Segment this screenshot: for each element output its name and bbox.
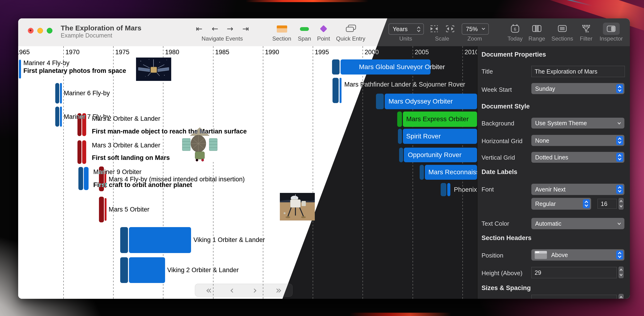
sizes-spacing-partial-field[interactable] bbox=[531, 295, 617, 299]
height-above-stepper[interactable] bbox=[618, 267, 624, 278]
app-window: The Exploration of Mars Example Document… bbox=[18, 18, 630, 299]
timeline-event-bar[interactable] bbox=[78, 140, 82, 164]
section-headers-header: Section Headers bbox=[482, 234, 532, 242]
text-color-dropdown[interactable]: Automatic bbox=[531, 218, 624, 229]
sections-button-label[interactable]: Sections bbox=[552, 35, 573, 42]
scale-expand-icon[interactable] bbox=[446, 25, 454, 32]
chevron-up-down-icon bbox=[416, 26, 421, 32]
timeline-event-bar[interactable] bbox=[332, 78, 339, 103]
timeline-event-label: Mars 4 Fly-by (missed intended orbital i… bbox=[109, 176, 245, 183]
sections-list-icon[interactable] bbox=[558, 25, 567, 32]
units-popup[interactable]: Years bbox=[388, 23, 424, 35]
mariner-4-photo[interactable] bbox=[136, 58, 171, 81]
timeline-event-bar[interactable] bbox=[397, 112, 402, 127]
document-properties-header: Document Properties bbox=[482, 51, 546, 58]
toolbar: The Exploration of Mars Example Document… bbox=[18, 18, 630, 46]
timeline-event-label: Phoenix Lander bbox=[454, 186, 477, 193]
timeline-event-bar[interactable] bbox=[420, 165, 424, 180]
step-back-button[interactable]: ‹ bbox=[230, 284, 234, 296]
title-input[interactable]: The Exploration of Mars bbox=[531, 66, 625, 77]
timeline-event-bar[interactable] bbox=[60, 107, 62, 127]
filter-icon[interactable] bbox=[582, 24, 591, 32]
timeline-event-bar[interactable] bbox=[129, 227, 191, 253]
navigate-back-button[interactable]: ← bbox=[212, 24, 218, 33]
timeline-pane[interactable]: « ‹ › » 19651970197519801985199019952000… bbox=[18, 46, 477, 299]
today-calendar-icon[interactable]: 6 bbox=[510, 24, 520, 33]
height-above-input[interactable]: 29 bbox=[531, 267, 617, 278]
zoom-label: Zoom bbox=[467, 35, 482, 42]
font-size-input[interactable]: 16 bbox=[598, 199, 617, 209]
timeline-event-bar[interactable] bbox=[19, 60, 21, 79]
point-button-label[interactable]: Point bbox=[317, 35, 330, 42]
jump-far-forward-button[interactable]: » bbox=[276, 284, 282, 296]
vertical-grid-popup[interactable]: Dotted Lines bbox=[531, 152, 624, 163]
timeline-event-bar[interactable] bbox=[332, 59, 340, 75]
minimize-button[interactable] bbox=[37, 28, 43, 33]
year-label: 1990 bbox=[265, 49, 279, 56]
timeline-event-bar[interactable] bbox=[99, 197, 104, 222]
font-size-stepper[interactable] bbox=[618, 198, 624, 210]
year-gridline bbox=[213, 46, 214, 299]
timeline-event-bar[interactable] bbox=[441, 183, 446, 196]
navigate-forward-button[interactable]: → bbox=[227, 24, 233, 33]
timeline-event-bar[interactable] bbox=[55, 107, 59, 127]
range-columns-icon[interactable] bbox=[532, 25, 542, 32]
quick-entry-icon[interactable] bbox=[346, 24, 356, 33]
viking-lander-photo[interactable] bbox=[280, 193, 315, 220]
span-icon[interactable] bbox=[300, 27, 309, 31]
sizes-spacing-partial-stepper[interactable] bbox=[618, 294, 624, 299]
timeline-event-bar[interactable] bbox=[129, 257, 165, 283]
timeline-event-label: Opportunity Rover bbox=[408, 151, 462, 159]
timeline-event-bar[interactable] bbox=[398, 129, 402, 144]
window-subtitle: Example Document bbox=[61, 32, 112, 39]
section-button-label[interactable]: Section bbox=[272, 35, 291, 42]
timeline-event-bar[interactable] bbox=[82, 140, 86, 164]
font-family-popup[interactable]: Avenir Next bbox=[531, 184, 624, 195]
horizontal-grid-popup[interactable]: None bbox=[531, 135, 624, 146]
timeline-event-bar[interactable] bbox=[447, 183, 450, 196]
week-start-popup[interactable]: Sunday bbox=[531, 83, 624, 94]
step-forward-button[interactable]: › bbox=[253, 284, 257, 296]
wallpaper-red-streak bbox=[350, 313, 451, 316]
timeline-event-bar[interactable] bbox=[120, 227, 128, 253]
span-button-label[interactable]: Span bbox=[298, 35, 311, 42]
scale-compress-icon[interactable] bbox=[430, 25, 438, 32]
text-color-label: Text Color bbox=[482, 220, 509, 227]
timeline-event-bar[interactable] bbox=[60, 83, 62, 104]
zoom-popup[interactable]: 75% bbox=[462, 23, 489, 35]
timeline-event-bar[interactable] bbox=[78, 167, 83, 190]
units-label: Units bbox=[399, 35, 412, 42]
timeline-event-bar[interactable] bbox=[104, 198, 106, 221]
navigate-first-button[interactable]: ⇤ bbox=[196, 24, 202, 33]
timeline-event-bar[interactable] bbox=[399, 148, 403, 162]
timeline-event-bar[interactable] bbox=[120, 257, 128, 283]
jump-far-back-button[interactable]: « bbox=[206, 284, 212, 296]
quick-entry-button-label[interactable]: Quick Entry bbox=[336, 35, 365, 42]
chevron-up-down-icon bbox=[616, 136, 623, 145]
inspector-button-label[interactable]: Inspector bbox=[600, 35, 623, 42]
chevron-up-down-icon bbox=[616, 250, 623, 259]
timeline-event-bar[interactable] bbox=[55, 83, 59, 104]
timeline-event-label: Mars Express Orbiter bbox=[406, 115, 469, 123]
year-label: 2000 bbox=[365, 49, 379, 56]
timeline-event-bar[interactable] bbox=[340, 78, 342, 103]
close-button[interactable] bbox=[28, 28, 34, 33]
timeline-event-label: Viking 2 Orbiter & Lander bbox=[167, 267, 239, 274]
timeline-event-bar[interactable] bbox=[376, 94, 384, 109]
timeline-event-label: Mars 2 Orbiter & Lander bbox=[92, 115, 160, 122]
navigate-last-button[interactable]: ⇥ bbox=[242, 24, 249, 33]
timeline-event-bar[interactable] bbox=[84, 167, 88, 190]
point-icon[interactable] bbox=[320, 25, 327, 32]
today-button-label[interactable]: Today bbox=[508, 35, 522, 42]
year-gridline bbox=[63, 46, 64, 299]
section-icon[interactable] bbox=[277, 25, 287, 32]
position-popup[interactable]: Above bbox=[531, 249, 624, 261]
range-button-label[interactable]: Range bbox=[528, 35, 545, 42]
filter-button-label[interactable]: Filter bbox=[580, 35, 592, 42]
font-weight-popup[interactable]: Regular bbox=[531, 198, 591, 210]
inspector-sidebar-icon[interactable] bbox=[607, 25, 616, 32]
chevron-up-down-icon bbox=[616, 84, 623, 93]
background-dropdown[interactable]: Use System Theme bbox=[531, 118, 624, 129]
svg-text:6: 6 bbox=[514, 27, 516, 32]
zoom-window-button[interactable] bbox=[47, 28, 52, 33]
